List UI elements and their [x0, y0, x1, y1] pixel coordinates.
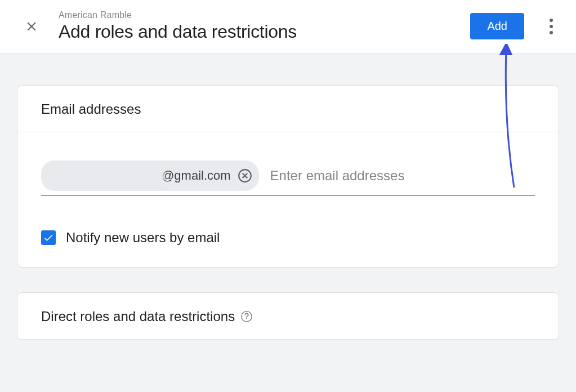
roles-card-title: Direct roles and data restrictions — [41, 309, 235, 324]
roles-card: Direct roles and data restrictions — [17, 292, 559, 340]
help-icon — [240, 310, 253, 323]
notify-checkbox-row: Notify new users by email — [41, 230, 535, 246]
more-vert-icon — [550, 19, 553, 22]
notify-checkbox[interactable] — [41, 230, 56, 245]
page-header: American Ramble Add roles and data restr… — [0, 0, 576, 54]
email-card-header: Email addresses — [17, 86, 559, 132]
notify-checkbox-label: Notify new users by email — [66, 230, 220, 246]
roles-card-header: Direct roles and data restrictions — [17, 293, 559, 340]
email-card-title: Email addresses — [41, 101, 141, 117]
chip-remove-button[interactable] — [238, 168, 252, 183]
email-input[interactable] — [270, 168, 535, 184]
email-addresses-card: Email addresses @gmail.com Notify new us… — [17, 85, 559, 268]
help-button[interactable] — [240, 310, 253, 323]
add-button[interactable]: Add — [470, 13, 524, 39]
title-block: American Ramble Add roles and data restr… — [59, 10, 470, 42]
content-area: Email addresses @gmail.com Notify new us… — [0, 54, 576, 340]
email-input-row: @gmail.com — [41, 161, 535, 196]
property-name: American Ramble — [59, 10, 470, 20]
check-icon — [43, 232, 54, 243]
email-card-body: @gmail.com Notify new users by email — [17, 132, 559, 267]
email-chip[interactable]: @gmail.com — [41, 161, 259, 191]
close-icon — [24, 19, 39, 34]
close-button[interactable] — [20, 15, 43, 38]
overflow-menu-button[interactable] — [540, 15, 562, 38]
email-chip-suffix: @gmail.com — [162, 168, 231, 183]
remove-circle-icon — [238, 168, 252, 183]
redacted-email-prefix — [46, 164, 164, 188]
page-title: Add roles and data restrictions — [59, 21, 470, 42]
